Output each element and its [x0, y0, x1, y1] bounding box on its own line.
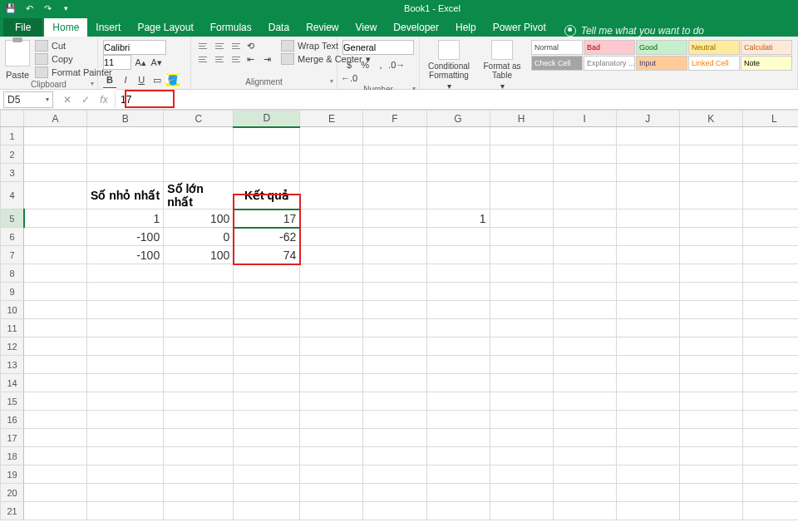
cell-G19[interactable]: [426, 466, 490, 484]
column-header-I[interactable]: I: [553, 111, 616, 127]
cell-E18[interactable]: [300, 447, 363, 466]
tab-view[interactable]: View: [347, 18, 386, 37]
cell-H2[interactable]: [490, 145, 553, 164]
tab-insert[interactable]: Insert: [87, 18, 129, 37]
italic-button[interactable]: I: [119, 73, 132, 86]
cell-G6[interactable]: [426, 228, 490, 246]
format-as-table-button[interactable]: Format as Table ▾: [478, 40, 526, 91]
cell-C15[interactable]: [164, 392, 234, 411]
row-header-5[interactable]: 5: [1, 209, 24, 228]
cell-B20[interactable]: [87, 484, 164, 502]
cell-L16[interactable]: [742, 411, 798, 429]
cell-J1[interactable]: [616, 127, 679, 145]
cell-H5[interactable]: [490, 209, 553, 228]
cell-G14[interactable]: [426, 374, 490, 392]
cell-L15[interactable]: [742, 392, 798, 411]
align-top-icon[interactable]: [196, 40, 209, 52]
cell-style-swatch[interactable]: Calculati: [741, 40, 792, 55]
cell-C10[interactable]: [164, 301, 234, 319]
cell-E20[interactable]: [300, 484, 363, 502]
cell-L17[interactable]: [742, 429, 798, 447]
cell-D4[interactable]: Kết quả: [234, 182, 300, 209]
cell-F2[interactable]: [363, 145, 426, 164]
cell-L19[interactable]: [742, 466, 798, 484]
cell-G17[interactable]: [426, 429, 490, 447]
cell-F21[interactable]: [363, 502, 426, 520]
tab-data[interactable]: Data: [260, 18, 298, 37]
cell-I15[interactable]: [553, 392, 616, 411]
cell-K16[interactable]: [679, 411, 742, 429]
cell-A20[interactable]: [24, 484, 87, 502]
cell-B19[interactable]: [87, 466, 164, 484]
cell-H20[interactable]: [490, 484, 553, 502]
cell-D20[interactable]: [234, 484, 300, 502]
cell-D5[interactable]: 17: [234, 209, 300, 228]
cell-D21[interactable]: [234, 502, 300, 520]
underline-button[interactable]: U: [135, 73, 148, 86]
cell-E12[interactable]: [300, 337, 363, 356]
cell-A10[interactable]: [24, 301, 87, 319]
cell-D16[interactable]: [234, 411, 300, 429]
cell-E6[interactable]: [300, 228, 363, 246]
decrease-font-icon[interactable]: A▾: [150, 57, 163, 70]
column-header-C[interactable]: C: [164, 111, 234, 127]
cell-A4[interactable]: [24, 182, 87, 209]
cell-C1[interactable]: [164, 127, 234, 145]
cell-F1[interactable]: [363, 127, 426, 145]
cell-style-swatch[interactable]: Explanatory ...: [584, 56, 635, 71]
cell-L9[interactable]: [742, 283, 798, 301]
cell-C5[interactable]: 100: [164, 209, 234, 228]
fx-icon[interactable]: fx: [98, 94, 110, 106]
cell-G20[interactable]: [426, 484, 490, 502]
cell-A16[interactable]: [24, 411, 87, 429]
cell-F18[interactable]: [363, 447, 426, 466]
cell-F8[interactable]: [363, 264, 426, 283]
cell-F20[interactable]: [363, 484, 426, 502]
cell-L12[interactable]: [742, 337, 798, 356]
cell-H10[interactable]: [490, 301, 553, 319]
cell-I2[interactable]: [553, 145, 616, 164]
cell-K18[interactable]: [679, 447, 742, 466]
cell-B15[interactable]: [87, 392, 164, 411]
cell-G15[interactable]: [426, 392, 490, 411]
cell-D11[interactable]: [234, 319, 300, 337]
cell-I17[interactable]: [553, 429, 616, 447]
cell-J3[interactable]: [616, 164, 679, 182]
cell-E3[interactable]: [300, 164, 363, 182]
cell-J12[interactable]: [616, 337, 679, 356]
cell-G9[interactable]: [426, 283, 490, 301]
cell-F10[interactable]: [363, 301, 426, 319]
cell-L21[interactable]: [742, 502, 798, 520]
cell-H21[interactable]: [490, 502, 553, 520]
cell-E4[interactable]: [300, 182, 363, 209]
cell-L18[interactable]: [742, 447, 798, 466]
fill-color-button[interactable]: 🪣: [166, 74, 180, 87]
row-header-15[interactable]: 15: [1, 392, 24, 411]
cell-I11[interactable]: [553, 319, 616, 337]
paste-label[interactable]: Paste: [6, 70, 29, 80]
cell-A1[interactable]: [24, 127, 87, 145]
decrease-indent-icon[interactable]: ⇤: [246, 53, 259, 65]
cell-H15[interactable]: [490, 392, 553, 411]
column-header-L[interactable]: L: [742, 111, 798, 127]
cell-I9[interactable]: [553, 283, 616, 301]
cell-style-swatch[interactable]: Note: [741, 56, 792, 71]
cell-K11[interactable]: [679, 319, 742, 337]
cell-K8[interactable]: [679, 264, 742, 283]
bold-button[interactable]: B: [103, 73, 116, 86]
cell-J7[interactable]: [616, 246, 679, 264]
cell-I1[interactable]: [553, 127, 616, 145]
cell-J11[interactable]: [616, 319, 679, 337]
currency-icon[interactable]: $: [342, 58, 356, 71]
cell-D7[interactable]: 74: [234, 246, 300, 264]
align-middle-icon[interactable]: [213, 40, 226, 52]
cell-L5[interactable]: [742, 209, 798, 228]
cell-B5[interactable]: 1: [87, 209, 164, 228]
cell-A5[interactable]: [24, 209, 87, 228]
cell-H3[interactable]: [490, 164, 553, 182]
row-header-9[interactable]: 9: [1, 283, 24, 301]
cell-H18[interactable]: [490, 447, 553, 466]
cell-G4[interactable]: [426, 182, 490, 209]
cell-B9[interactable]: [87, 283, 164, 301]
cell-H9[interactable]: [490, 283, 553, 301]
